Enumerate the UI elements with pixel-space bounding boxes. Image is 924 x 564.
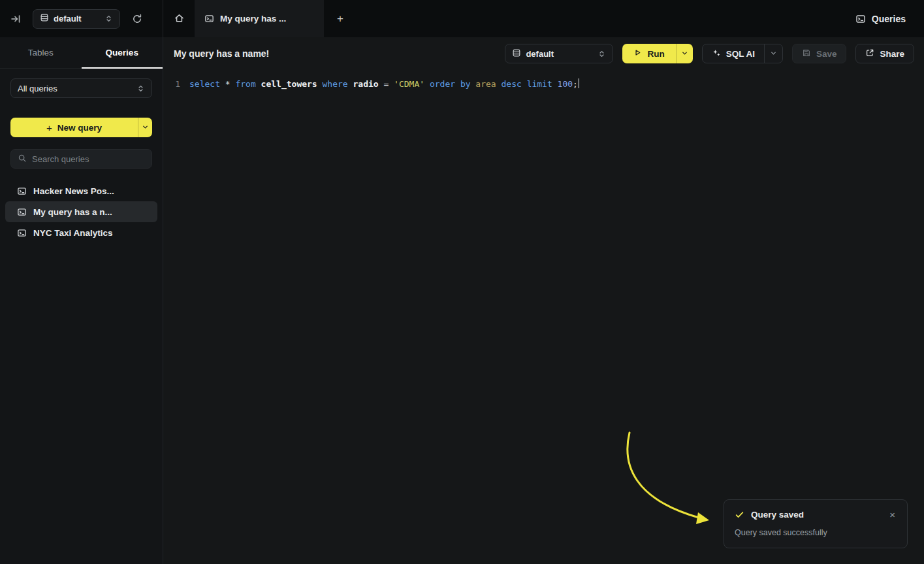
toast-query-saved: Query saved × Query saved successfully: [724, 499, 908, 548]
search-queries-box: [10, 149, 152, 169]
sql-token: ;: [573, 79, 578, 89]
plus-icon: +: [337, 12, 343, 25]
sql-ai-button[interactable]: SQL AI: [703, 44, 764, 63]
sql-token: select: [189, 79, 225, 89]
query-list-item-active[interactable]: My query has a n...: [5, 201, 157, 222]
search-queries-input[interactable]: [32, 154, 147, 164]
home-tab[interactable]: [163, 0, 195, 37]
sidebar-tabs: Tables Queries: [0, 37, 163, 69]
top-bar: default My query has ...: [0, 0, 924, 37]
sidebar: Tables Queries All queries + New query: [0, 37, 163, 564]
query-icon: [17, 186, 27, 196]
save-icon: [802, 48, 811, 59]
topbar-right-section: Queries: [855, 0, 924, 37]
database-icon: [512, 48, 521, 59]
chevron-down-icon: [142, 123, 149, 133]
tab-label: My query has ...: [220, 14, 286, 24]
sql-token: =: [383, 79, 394, 89]
run-button[interactable]: Run: [622, 44, 675, 63]
text-cursor: [579, 78, 580, 88]
main-area: My query has a name! default: [163, 37, 924, 564]
query-actions: default Run: [505, 44, 914, 63]
main-database-selector-value: default: [526, 49, 554, 59]
sql-token: by: [460, 79, 475, 89]
sql-token: cell_towers: [261, 79, 323, 89]
sql-token: desc: [502, 79, 527, 89]
share-label: Share: [880, 49, 904, 59]
new-tab-button[interactable]: +: [324, 0, 357, 37]
topbar-database-selector-value: default: [54, 14, 82, 24]
sparkles-icon: [712, 48, 721, 59]
queries-filter-value: All queries: [18, 84, 57, 93]
share-button[interactable]: Share: [855, 44, 914, 63]
sql-token: 100: [558, 79, 573, 89]
sidebar-body: All queries + New query: [0, 69, 163, 253]
search-icon: [18, 154, 27, 165]
run-split-button: Run: [622, 44, 692, 63]
sidebar-tab-tables[interactable]: Tables: [0, 37, 82, 68]
sidebar-tab-queries[interactable]: Queries: [82, 37, 163, 68]
sql-ai-options-button[interactable]: [764, 44, 782, 63]
new-query-label: New query: [57, 123, 102, 133]
tab-my-query[interactable]: My query has ...: [195, 0, 324, 37]
query-list: Hacker News Pos... My query has a n... N…: [5, 180, 157, 243]
query-icon: [17, 207, 27, 217]
toast-title: Query saved: [751, 510, 882, 520]
app-root: default My query has ...: [0, 0, 924, 564]
new-query-split-button: + New query: [10, 118, 152, 137]
chevron-up-down-icon: [597, 50, 606, 58]
topbar-database-selector[interactable]: default: [33, 9, 120, 29]
query-list-item[interactable]: NYC Taxi Analytics: [5, 222, 157, 243]
query-title[interactable]: My query has a name!: [174, 48, 269, 59]
close-icon[interactable]: ×: [888, 510, 897, 520]
save-label: Save: [816, 49, 837, 59]
query-list-item[interactable]: Hacker News Pos...: [5, 180, 157, 201]
line-number: 1: [163, 78, 180, 564]
sql-token: order: [430, 79, 460, 89]
topbar-database-selector-label-group: default: [40, 13, 82, 24]
chevron-up-down-icon: [136, 84, 145, 93]
topbar-left-section: default: [0, 0, 163, 37]
queries-label[interactable]: Queries: [872, 14, 906, 24]
chevron-down-icon: [770, 49, 777, 59]
refresh-icon[interactable]: [131, 12, 144, 25]
sql-token: radio: [353, 79, 383, 89]
new-query-dropdown-button[interactable]: [138, 118, 152, 137]
sql-editor[interactable]: 1 select * from cell_towers where radio …: [163, 70, 924, 564]
query-item-label: NYC Taxi Analytics: [33, 228, 113, 238]
plus-icon: +: [46, 122, 52, 133]
share-icon: [865, 48, 874, 59]
main-database-selector-label-group: default: [512, 48, 554, 59]
database-icon: [40, 13, 49, 24]
sql-token: *: [225, 79, 236, 89]
query-icon: [204, 14, 214, 24]
toast-message: Query saved successfully: [735, 528, 897, 537]
chevron-up-down-icon: [104, 14, 113, 23]
query-icon: [17, 228, 27, 238]
tab-strip: My query has ... +: [163, 0, 855, 37]
new-query-button[interactable]: + New query: [10, 118, 138, 137]
toast-header: Query saved ×: [735, 510, 897, 520]
sql-ai-split-button: SQL AI: [702, 44, 783, 63]
sql-token: limit: [527, 79, 558, 89]
run-label: Run: [647, 49, 664, 59]
sql-code-line[interactable]: select * from cell_towers where radio = …: [189, 78, 579, 564]
play-icon: [633, 48, 642, 59]
check-icon: [735, 510, 744, 520]
query-item-label: Hacker News Pos...: [33, 186, 114, 196]
chevron-down-icon: [681, 49, 688, 59]
sql-token: from: [235, 79, 261, 89]
save-button[interactable]: Save: [792, 44, 847, 63]
sql-token: 'CDMA': [394, 79, 430, 89]
query-item-label: My query has a n...: [33, 207, 112, 217]
collapse-sidebar-icon[interactable]: [9, 12, 22, 25]
sql-ai-label: SQL AI: [726, 49, 755, 59]
query-header: My query has a name! default: [163, 37, 924, 70]
main-database-selector[interactable]: default: [505, 44, 613, 63]
queries-filter-select[interactable]: All queries: [10, 78, 152, 98]
run-options-button[interactable]: [676, 44, 693, 63]
sql-token: where: [323, 79, 353, 89]
home-icon: [174, 12, 185, 25]
sql-token: area: [475, 79, 501, 89]
queries-icon: [855, 14, 866, 24]
